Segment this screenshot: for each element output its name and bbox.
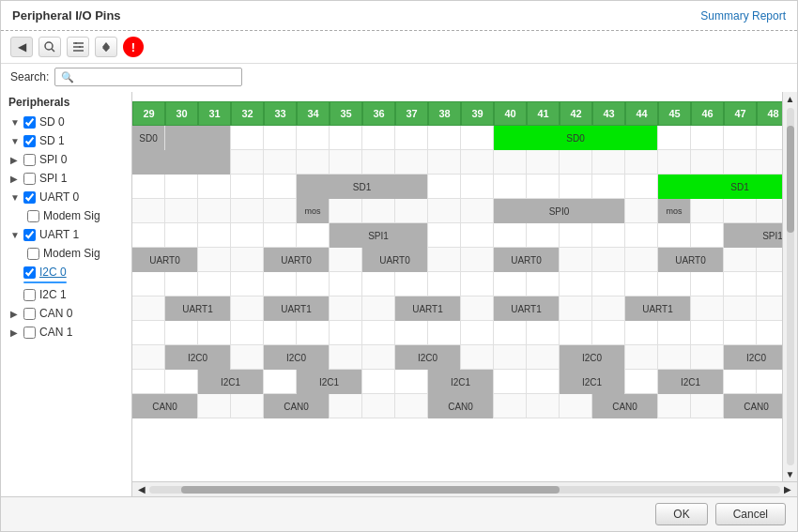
v-scroll-thumb[interactable] [787, 126, 794, 233]
cell-sd0-green[interactable]: SD0 [494, 126, 658, 150]
expand-icon-spi0[interactable]: ▶ [10, 155, 22, 165]
error-button[interactable]: ! [123, 37, 144, 57]
cell-i2c1-1[interactable]: I2C1 [198, 370, 264, 394]
cell-sd1-gray[interactable]: SD1 [297, 175, 428, 199]
cell-i2c1-4[interactable]: I2C1 [560, 370, 625, 394]
summary-report-link[interactable]: Summary Report [700, 9, 786, 23]
cell-r2-46 [625, 150, 658, 175]
cell-i2c0-5[interactable]: I2C0 [724, 345, 782, 370]
checkbox-uart0-modem[interactable] [27, 210, 39, 222]
checkbox-uart1[interactable] [23, 229, 36, 241]
v-scroll-up-btn[interactable]: ▲ [784, 92, 797, 106]
cell-uart1-1[interactable]: UART1 [165, 296, 231, 321]
cell-can0-4[interactable]: CAN0 [592, 394, 658, 418]
cell-i2c0-4[interactable]: I2C0 [560, 345, 625, 370]
expand-icon-sd1[interactable]: ▼ [10, 136, 22, 146]
cell-uart0-5[interactable]: UART0 [658, 248, 724, 272]
expand-icon-can0[interactable]: ▶ [10, 309, 22, 319]
checkbox-spi1[interactable] [23, 173, 36, 185]
peripheral-item-uart1[interactable]: ▼ UART 1 [1, 225, 131, 244]
pin-cell-33: 33 [264, 101, 297, 126]
v-scrollbar: ▲ ▼ [782, 92, 797, 481]
checkbox-sd0[interactable] [23, 116, 36, 129]
back-button[interactable]: ◀ [10, 37, 33, 57]
search-input[interactable] [77, 70, 236, 84]
checkbox-can0[interactable] [23, 308, 36, 320]
cell-can0-5[interactable]: CAN0 [724, 394, 782, 418]
cell-uart0-2[interactable]: UART0 [264, 248, 330, 272]
peripheral-item-sd1[interactable]: ▼ SD 1 [1, 131, 131, 150]
cell-i2c0-1[interactable]: I2C0 [165, 345, 231, 370]
peripheral-item-i2c0[interactable]: ▶ I2C 0 [1, 263, 131, 281]
filter-icon [72, 41, 84, 53]
checkbox-i2c0[interactable] [23, 266, 36, 279]
h-scrollbar: ◀ ▶ [132, 481, 797, 496]
cell-i2c0-3[interactable]: I2C0 [395, 345, 461, 370]
peripheral-item-uart1-modem[interactable]: Modem Sig [1, 244, 131, 263]
cell-spi1-main[interactable]: SPI1 [330, 223, 428, 248]
cell-uart1-3[interactable]: UART1 [395, 296, 461, 321]
grid-row-sd0-1: SD0 SD0 [132, 126, 782, 150]
cell-spi1-29 [132, 223, 165, 248]
sort-button[interactable] [95, 37, 117, 57]
cell-can0-3[interactable]: CAN0 [428, 394, 494, 418]
pin-cell-32: 32 [231, 101, 264, 126]
cell-uart0-1[interactable]: UART0 [132, 248, 198, 272]
peripheral-item-can1[interactable]: ▶ CAN 1 [1, 323, 131, 342]
pin-cell-29: 29 [132, 101, 165, 126]
cell-uart0-3[interactable]: UART0 [362, 248, 428, 272]
search-button[interactable] [38, 37, 61, 57]
cell-sd0-29[interactable]: SD0 [132, 126, 165, 150]
cell-spi1-45 [658, 223, 691, 248]
expand-icon-spi1[interactable]: ▶ [10, 174, 22, 184]
peripheral-item-spi0[interactable]: ▶ SPI 0 [1, 150, 131, 169]
cell-spi0-44 [625, 199, 658, 223]
peripheral-item-uart0-modem[interactable]: Modem Sig [1, 206, 131, 225]
expand-icon-uart1[interactable]: ▼ [10, 230, 22, 240]
cell-can0-1[interactable]: CAN0 [132, 394, 198, 418]
cancel-button[interactable]: Cancel [715, 503, 786, 525]
filter-button[interactable] [67, 37, 89, 57]
h-scroll-right-btn[interactable]: ▶ [780, 484, 795, 494]
cell-spi0-37 [395, 199, 428, 223]
cell-i2c1-2[interactable]: I2C1 [297, 370, 362, 394]
ok-button[interactable]: OK [655, 503, 707, 525]
cell-spi0-mos-2[interactable]: mos [658, 199, 691, 223]
h-scroll-thumb[interactable] [181, 486, 560, 494]
cell-sd0-30-31[interactable] [165, 126, 231, 150]
pin-cell-31: 31 [198, 101, 231, 126]
peripheral-item-i2c1[interactable]: ▶ I2C 1 [1, 285, 131, 304]
cell-r2-41 [461, 150, 494, 175]
checkbox-sd1[interactable] [23, 135, 36, 147]
cell-i2c1-5[interactable]: I2C1 [658, 370, 724, 394]
cell-spi0-main[interactable]: SPI0 [494, 199, 625, 223]
cell-uart0-4[interactable]: UART0 [494, 248, 560, 272]
cell-i2c0-2[interactable]: I2C0 [264, 345, 330, 370]
expand-icon-uart0[interactable]: ▼ [10, 192, 22, 203]
cell-i2c1-3[interactable]: I2C1 [428, 370, 494, 394]
peripheral-item-spi1[interactable]: ▶ SPI 1 [1, 169, 131, 188]
peripheral-item-uart0[interactable]: ▼ UART 0 [1, 188, 131, 206]
cell-sd0-row2-block [132, 150, 231, 175]
checkbox-spi0[interactable] [23, 154, 36, 166]
cell-uart1-4[interactable]: UART1 [494, 296, 560, 321]
cell-sd1-green[interactable]: SD1 [658, 175, 782, 199]
pin-cell-48: 48 [757, 101, 782, 126]
expand-icon-sd0[interactable]: ▼ [10, 117, 22, 128]
expand-icon-can1[interactable]: ▶ [10, 327, 22, 338]
checkbox-uart0[interactable] [23, 191, 36, 204]
peripheral-item-can0[interactable]: ▶ CAN 0 [1, 304, 131, 323]
checkbox-uart1-modem[interactable] [27, 248, 39, 260]
v-scroll-down-btn[interactable]: ▼ [784, 467, 797, 481]
cell-spi1-main2[interactable]: SPI1 [724, 223, 782, 248]
cell-can0-2[interactable]: CAN0 [264, 394, 330, 418]
checkbox-can1[interactable] [23, 327, 36, 339]
search-icon [44, 41, 55, 53]
cell-spi0-mos-1[interactable]: mos [297, 199, 330, 223]
checkbox-i2c1[interactable] [23, 289, 36, 301]
cell-uart1-5[interactable]: UART1 [625, 296, 691, 321]
h-scroll-left-btn[interactable]: ◀ [134, 484, 149, 494]
peripheral-item-sd0[interactable]: ▼ SD 0 [1, 113, 131, 131]
cell-uart1-2[interactable]: UART1 [264, 296, 330, 321]
search-input-wrap: 🔍 [54, 68, 242, 86]
